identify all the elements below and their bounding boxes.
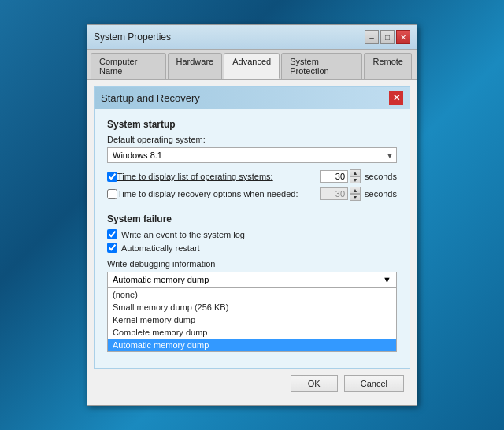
tab-system-protection[interactable]: System Protection: [281, 53, 362, 79]
time-display-recovery-label: Time to display recovery options when ne…: [117, 189, 320, 198]
default-os-label: Default operating system:: [107, 135, 397, 144]
debugging-label: Write debugging information: [107, 259, 397, 269]
tabs-container: Computer Name Hardware Advanced System P…: [87, 50, 417, 80]
time-display-list-label: Time to display list of operating system…: [117, 172, 320, 181]
time-display-recovery-up[interactable]: ▲: [350, 187, 361, 194]
cancel-button[interactable]: Cancel: [344, 375, 404, 392]
maximize-button[interactable]: □: [380, 30, 395, 44]
debug-option-small[interactable]: Small memory dump (256 KB): [108, 301, 396, 313]
inner-titlebar: Startup and Recovery ✕: [94, 87, 410, 109]
time-display-list-spinner-btns: ▲ ▼: [350, 169, 361, 183]
time-display-list-down[interactable]: ▼: [350, 176, 361, 183]
time-display-recovery-spinner: ▲ ▼ seconds: [320, 187, 397, 201]
debug-option-kernel[interactable]: Kernel memory dump: [108, 313, 396, 326]
time-display-list-row: Time to display list of operating system…: [107, 169, 397, 183]
write-event-row: Write an event to the system log: [107, 229, 397, 239]
system-failure-title: System failure: [107, 213, 397, 224]
system-properties-dialog: System Properties – □ ✕ Computer Name Ha…: [87, 24, 417, 406]
startup-recovery-dialog: Startup and Recovery ✕ System startup De…: [94, 86, 410, 369]
tab-hardware[interactable]: Hardware: [168, 53, 223, 79]
debug-option-none[interactable]: (none): [108, 288, 396, 301]
debug-option-complete[interactable]: Complete memory dump: [108, 326, 396, 339]
auto-restart-label: Automatically restart: [121, 243, 200, 253]
debugging-dropdown-arrow: ▼: [383, 275, 391, 284]
time-display-recovery-down[interactable]: ▼: [350, 194, 361, 201]
debugging-dropdown-btn[interactable]: Automatic memory dump ▼: [107, 272, 397, 287]
inner-dialog-title: Startup and Recovery: [101, 92, 200, 104]
time-display-list-input[interactable]: [320, 170, 348, 183]
time-display-recovery-row: Time to display recovery options when ne…: [107, 187, 397, 201]
divider-1: [107, 204, 397, 213]
write-event-checkbox[interactable]: [107, 229, 117, 239]
time-display-list-checkbox[interactable]: [107, 172, 117, 182]
time-display-recovery-unit: seconds: [365, 189, 397, 198]
titlebar: System Properties – □ ✕: [87, 25, 417, 50]
tab-remote[interactable]: Remote: [364, 53, 412, 79]
titlebar-controls: – □ ✕: [365, 30, 410, 44]
outer-content: Startup and Recovery ✕ System startup De…: [87, 80, 417, 405]
debugging-dropdown: Automatic memory dump ▼ (none) Small mem…: [107, 272, 397, 352]
auto-restart-row: Automatically restart: [107, 243, 397, 253]
time-display-recovery-input[interactable]: [320, 187, 348, 200]
tab-computer-name[interactable]: Computer Name: [91, 53, 166, 79]
inner-close-button[interactable]: ✕: [389, 91, 403, 105]
default-os-wrapper: Windows 8.1 ▼: [107, 147, 397, 163]
debug-option-automatic[interactable]: Automatic memory dump: [108, 339, 396, 351]
tab-advanced[interactable]: Advanced: [224, 53, 280, 79]
debugging-selected-value: Automatic memory dump: [113, 275, 209, 284]
dialog-title: System Properties: [94, 32, 171, 43]
inner-content: System startup Default operating system:…: [94, 109, 410, 368]
system-startup-title: System startup: [107, 119, 397, 130]
time-display-list-up[interactable]: ▲: [350, 169, 361, 176]
bottom-buttons: OK Cancel: [94, 369, 410, 398]
close-button[interactable]: ✕: [396, 30, 410, 44]
time-display-list-unit: seconds: [365, 172, 397, 181]
time-display-recovery-spinner-btns: ▲ ▼: [350, 187, 361, 201]
write-event-label: Write an event to the system log: [121, 230, 245, 239]
debugging-dropdown-list: (none) Small memory dump (256 KB) Kernel…: [107, 287, 397, 352]
time-display-recovery-checkbox[interactable]: [107, 189, 117, 199]
time-display-list-spinner: ▲ ▼ seconds: [320, 169, 397, 183]
ok-button[interactable]: OK: [291, 375, 338, 392]
minimize-button[interactable]: –: [365, 30, 379, 44]
default-os-select[interactable]: Windows 8.1: [107, 147, 397, 163]
auto-restart-checkbox[interactable]: [107, 243, 117, 253]
